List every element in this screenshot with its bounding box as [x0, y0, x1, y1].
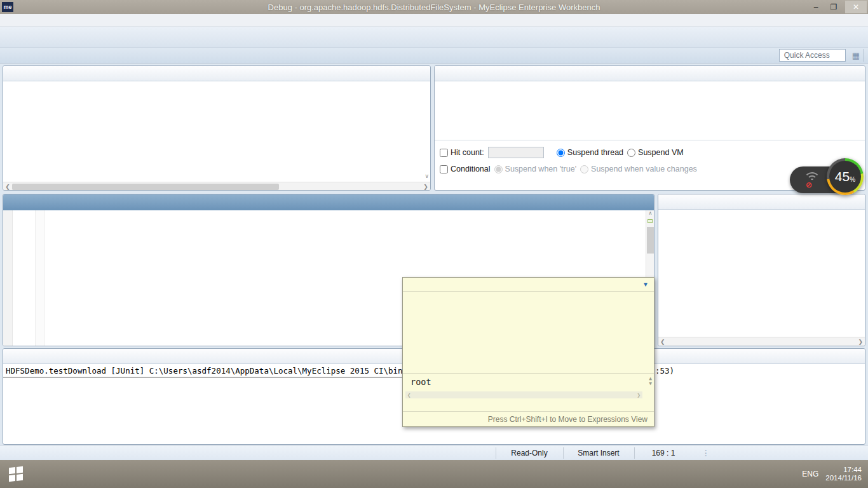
caret-position: 169 : 1	[635, 445, 692, 461]
hit-count-input[interactable]	[488, 147, 544, 158]
outline-h-scrollbar[interactable]: ❮❯	[658, 337, 865, 346]
percent-sign: %	[850, 176, 855, 183]
menu-bar	[0, 14, 868, 27]
suspend-thread-radio-label[interactable]: Suspend thread	[557, 148, 623, 157]
hit-count-checkbox[interactable]	[440, 149, 448, 157]
editor-scroll-thumb[interactable]	[647, 227, 654, 254]
language-indicator[interactable]: ENG	[802, 470, 818, 478]
suspend-change-radio-label[interactable]: Suspend when value changes	[580, 165, 697, 173]
console-process-label-end: :53)	[655, 366, 674, 376]
memory-percent: 45	[835, 169, 850, 184]
speed-ball-overlay[interactable]: ⊘ 45%	[790, 158, 865, 196]
windows-taskbar: ENG 17:44 2014/11/16	[0, 460, 868, 488]
hit-count-checkbox-label[interactable]: Hit count:	[440, 148, 484, 157]
wifi-disabled-icon	[804, 172, 820, 181]
suspend-true-radio-label[interactable]: Suspend when 'true'	[494, 165, 577, 173]
tray-date: 2014/11/16	[825, 474, 862, 482]
debug-view: ∨ ❮ ❯	[3, 65, 431, 191]
open-perspective-icon[interactable]: ▦	[852, 51, 860, 60]
close-button[interactable]: ✕	[845, 1, 867, 13]
conditional-checkbox[interactable]	[440, 165, 448, 173]
suspend-vm-radio[interactable]	[627, 149, 635, 157]
inspect-detail-value: root	[410, 377, 431, 387]
editor-left-ruler[interactable]	[3, 210, 13, 346]
editor-line-numbers	[13, 210, 36, 346]
suspend-true-radio[interactable]	[494, 165, 503, 173]
clock[interactable]: 17:44 2014/11/16	[825, 466, 862, 482]
suspend-thread-radio[interactable]	[557, 149, 565, 157]
outline-view: ❮❯	[658, 194, 865, 346]
debug-scroll-down[interactable]: ∨	[424, 173, 429, 179]
inspect-popup-header: ▼	[403, 278, 654, 292]
windows-logo-icon	[9, 466, 23, 482]
scroll-up-icon[interactable]: ∧	[646, 210, 654, 216]
overview-mark[interactable]	[648, 219, 653, 223]
tray-time: 17:44	[825, 466, 862, 474]
toolbar-row-2: Quick Access ▦	[0, 48, 868, 64]
detail-h-scrollbar[interactable]: ❮❯	[405, 391, 642, 398]
detail-scroll-arrows[interactable]: ▲▼	[649, 376, 652, 386]
minimize-button[interactable]: –	[807, 1, 825, 13]
scroll-thumb[interactable]	[12, 184, 279, 190]
inspect-popup: ▼ root ▲▼ ❮❯ Press Ctrl+Shift+I to Move …	[402, 277, 654, 427]
quick-access-input[interactable]: Quick Access	[779, 49, 846, 62]
no-network-icon: ⊘	[806, 180, 812, 189]
status-grip: ⋮	[702, 445, 710, 461]
scroll-right-icon[interactable]: ❯	[421, 184, 430, 190]
window-title: Debug - org.apache.hadoop.hdfs.Distribut…	[0, 3, 868, 12]
editor-fold-column[interactable]	[36, 210, 45, 346]
scroll-left-icon[interactable]: ❮	[3, 184, 12, 190]
restore-button[interactable]: ❐	[825, 1, 843, 13]
popup-menu-icon[interactable]: ▼	[642, 281, 649, 288]
memory-usage-ring[interactable]: 45%	[827, 158, 864, 195]
suspend-vm-radio-label[interactable]: Suspend VM	[627, 148, 684, 157]
perspective-separator	[864, 49, 864, 62]
status-bar: Read-Only Smart Insert 169 : 1 ⋮	[0, 445, 868, 460]
debug-h-scrollbar[interactable]: ❮ ❯	[3, 182, 430, 191]
title-bar: me Debug - org.apache.hadoop.hdfs.Distri…	[0, 0, 868, 14]
myeclipse-debug-workbench: { "colors":{"accent_blue":"#3f74c0","edi…	[0, 0, 868, 488]
suspend-change-radio[interactable]	[580, 165, 588, 173]
writable-status: Read-Only	[496, 445, 562, 461]
main-toolbar	[0, 27, 868, 48]
inspect-popup-footer: Press Ctrl+Shift+I to Move to Expression…	[403, 411, 654, 426]
conditional-checkbox-label[interactable]: Conditional	[440, 165, 491, 173]
start-button[interactable]	[0, 460, 32, 488]
inspect-detail-pane[interactable]: root ▲▼ ❮❯	[403, 373, 654, 400]
smart-insert-toggle[interactable]: Smart Insert	[564, 445, 634, 461]
